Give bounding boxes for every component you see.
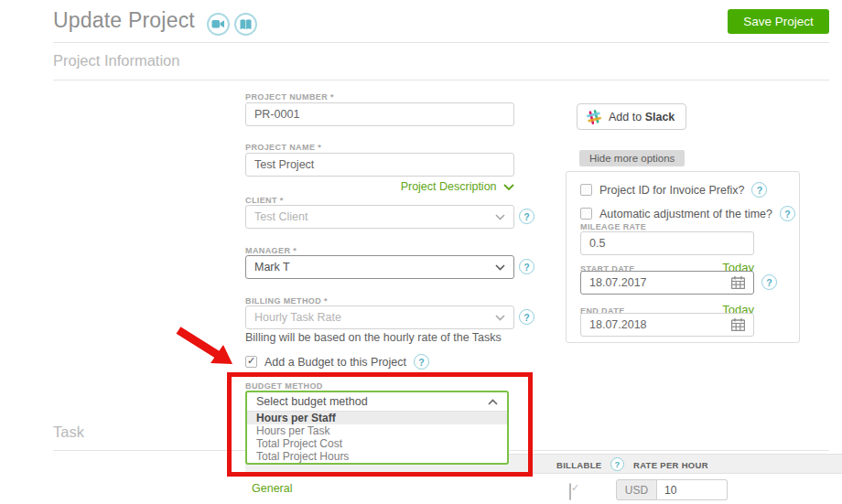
manager-help-icon[interactable] [519,259,534,274]
budget-method-placeholder: Select budget method [256,395,368,408]
section-divider [53,80,829,80]
start-date-help-icon[interactable] [761,274,777,290]
start-date-input[interactable]: 18.07.2017 [580,271,754,295]
manager-label: MANAGER * [245,246,514,255]
page-title: Update Project [53,8,195,33]
section-title-task: Task [53,424,84,441]
budget-method-label: BUDGET METHOD [245,381,323,391]
chevron-down-icon [495,214,505,220]
project-name-label: PROJECT NAME * [245,143,514,152]
task-name-link[interactable]: General [252,482,292,495]
project-description-link[interactable]: Project Description [401,180,497,193]
slack-prefix: Add to [609,111,642,123]
chevron-down-icon [495,264,505,271]
chevron-down-icon [503,184,514,190]
project-description-toggle[interactable]: Project Description [245,177,514,194]
budget-option-total-project-hours[interactable]: Total Project Hours [247,450,507,463]
manager-value: Mark T [254,261,290,273]
end-date-input[interactable]: 18.07.2018 [580,313,754,337]
billing-method-note: Billing will be based on the hourly rate… [245,331,538,344]
slack-button-text: Add to Slack [609,111,675,123]
more-options-panel: Project ID for Invoice Prefix? Automatic… [566,171,800,343]
hide-more-options-button[interactable]: Hide more options [579,150,685,166]
chevron-down-icon [495,315,505,321]
update-project-page: Update Project Save Project Project Info… [0,0,842,504]
section-title-project-information: Project Information [53,52,179,70]
invoice-prefix-checkbox[interactable] [580,184,592,196]
video-camera-icon [211,19,225,29]
client-label: CLIENT * [245,196,514,205]
add-budget-row: Add a Budget to this Project [245,354,429,370]
end-date-value: 18.07.2018 [589,318,647,331]
slack-icon [586,109,602,125]
annotation-arrow [172,325,241,370]
project-number-label: PROJECT NUMBER * [245,92,514,102]
currency-prefix: USD [616,479,657,500]
auto-adjust-help-icon[interactable] [780,206,795,221]
add-budget-label: Add a Budget to this Project [264,356,406,369]
mileage-rate-value: 0.5 [589,237,605,250]
manager-select[interactable]: Mark T [245,255,514,279]
task-billable-checkbox[interactable] [569,483,571,500]
auto-adjust-row: Automatic adjustment of the time? [580,206,795,221]
billable-help-icon[interactable] [610,457,624,471]
slack-brand: Slack [645,111,675,123]
project-number-input[interactable]: PR-0001 [245,102,514,126]
save-project-button[interactable]: Save Project [728,9,829,34]
billing-method-select[interactable]: Hourly Task Rate [245,306,514,329]
budget-option-hours-per-task[interactable]: Hours per Task [247,424,507,437]
budget-method-dropdown: Select budget method Hours per Staff Hou… [245,391,509,465]
add-budget-checkbox[interactable] [245,356,257,368]
budget-option-hours-per-staff[interactable]: Hours per Staff [247,412,507,424]
billing-method-help-icon[interactable] [519,309,534,325]
client-help-icon[interactable] [519,209,534,224]
budget-method-select[interactable]: Select budget method [247,392,507,412]
add-to-slack-button[interactable]: Add to Slack [577,103,686,130]
auto-adjust-label: Automatic adjustment of the time? [599,208,772,220]
auto-adjust-checkbox[interactable] [580,208,592,220]
invoice-prefix-row: Project ID for Invoice Prefix? [580,182,767,198]
open-book-icon [240,19,252,30]
calendar-icon[interactable] [731,276,745,289]
invoice-prefix-help-icon[interactable] [751,182,767,198]
project-name-input[interactable]: Test Project [245,153,514,177]
client-select[interactable]: Test Client [245,205,514,229]
invoice-prefix-label: Project ID for Invoice Prefix? [599,184,744,197]
client-value: Test Client [254,210,308,223]
rate-input[interactable]: 10 [657,479,728,500]
start-date-value: 18.07.2017 [589,276,647,289]
video-tutorial-icon[interactable] [207,13,230,36]
add-budget-help-icon[interactable] [414,354,429,370]
budget-option-total-project-cost[interactable]: Total Project Cost [247,437,507,450]
billing-method-value: Hourly Task Rate [254,311,341,324]
project-number-value: PR-0001 [254,108,299,121]
chevron-up-icon [488,399,498,405]
billable-header: BILLABLE [556,460,601,470]
project-name-value: Test Project [254,158,314,171]
header-divider [53,42,829,43]
billing-method-label: BILLING METHOD * [245,296,514,306]
rate-per-hour-header: RATE PER HOUR [633,460,708,470]
mileage-rate-input[interactable]: 0.5 [580,231,754,255]
rate-input-group: USD 10 [616,479,728,500]
mileage-rate-label: MILEAGE RATE [580,222,646,231]
calendar-icon[interactable] [731,318,745,331]
guide-icon[interactable] [234,13,257,36]
